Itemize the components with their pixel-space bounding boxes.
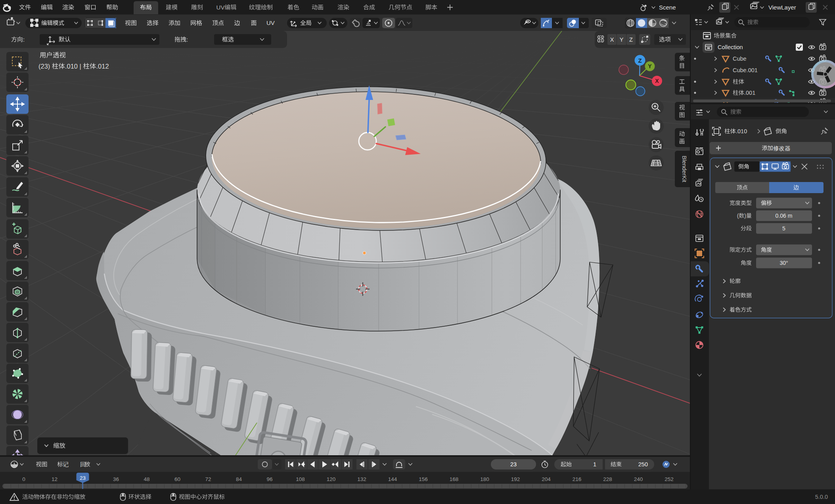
svg-text:.001: .001 bbox=[744, 90, 755, 96]
svg-text:180: 180 bbox=[480, 476, 489, 482]
svg-text:.010 |: .010 | bbox=[65, 63, 81, 70]
svg-text:Cube.001: Cube.001 bbox=[733, 67, 758, 73]
svg-text:120: 120 bbox=[327, 476, 336, 482]
svg-text::: : bbox=[23, 36, 25, 43]
svg-text:144: 144 bbox=[388, 476, 397, 482]
svg-text:(: ( bbox=[737, 213, 739, 219]
svg-text:.010: .010 bbox=[736, 128, 747, 134]
svg-text:156: 156 bbox=[419, 476, 428, 482]
svg-text:1: 1 bbox=[593, 461, 596, 468]
svg-text:23: 23 bbox=[510, 461, 517, 468]
svg-text:5: 5 bbox=[782, 225, 785, 232]
svg-text:UV: UV bbox=[216, 4, 225, 11]
svg-text:204: 204 bbox=[542, 476, 551, 482]
svg-text:250: 250 bbox=[638, 461, 648, 468]
svg-text:UV: UV bbox=[266, 19, 275, 26]
svg-text:.012: .012 bbox=[96, 63, 109, 70]
svg-text:192: 192 bbox=[511, 476, 520, 482]
svg-text:Y: Y bbox=[620, 36, 624, 43]
svg-text:228: 228 bbox=[603, 476, 612, 482]
svg-text:132: 132 bbox=[357, 476, 366, 482]
svg-text:30°: 30° bbox=[779, 260, 788, 266]
svg-text:252: 252 bbox=[665, 476, 674, 482]
svg-text:23: 23 bbox=[80, 475, 86, 481]
svg-text:12: 12 bbox=[52, 476, 57, 482]
svg-text:84: 84 bbox=[236, 476, 242, 482]
svg-text:72: 72 bbox=[205, 476, 211, 482]
svg-text:ViewLayer: ViewLayer bbox=[768, 4, 796, 11]
svg-text:96: 96 bbox=[266, 476, 272, 482]
svg-text:Collection: Collection bbox=[718, 44, 743, 50]
svg-text:5.0.0: 5.0.0 bbox=[815, 494, 828, 500]
svg-text:BlenderKit: BlenderKit bbox=[681, 156, 688, 182]
svg-text:240: 240 bbox=[634, 476, 643, 482]
svg-text:60: 60 bbox=[174, 476, 180, 482]
svg-text::: : bbox=[186, 36, 188, 43]
svg-text:记: 记 bbox=[63, 461, 69, 468]
svg-text:(23): (23) bbox=[38, 63, 50, 70]
svg-text:48: 48 bbox=[144, 476, 149, 482]
svg-text:108: 108 bbox=[296, 476, 305, 482]
svg-text:0.06 m: 0.06 m bbox=[776, 213, 793, 219]
svg-text:): ) bbox=[744, 213, 746, 219]
svg-text:Z: Z bbox=[629, 36, 633, 43]
svg-text:0: 0 bbox=[22, 476, 25, 482]
svg-text:X: X bbox=[610, 36, 614, 43]
svg-text:Z: Z bbox=[638, 57, 642, 64]
svg-text:168: 168 bbox=[450, 476, 459, 482]
svg-text:216: 216 bbox=[573, 476, 582, 482]
svg-text:36: 36 bbox=[113, 476, 119, 482]
svg-text:Cube: Cube bbox=[733, 56, 747, 62]
svg-text:修改器: 修改器 bbox=[773, 145, 791, 151]
svg-text:Scene: Scene bbox=[659, 4, 676, 11]
svg-text:Y: Y bbox=[648, 63, 652, 69]
svg-text:X: X bbox=[655, 78, 659, 84]
